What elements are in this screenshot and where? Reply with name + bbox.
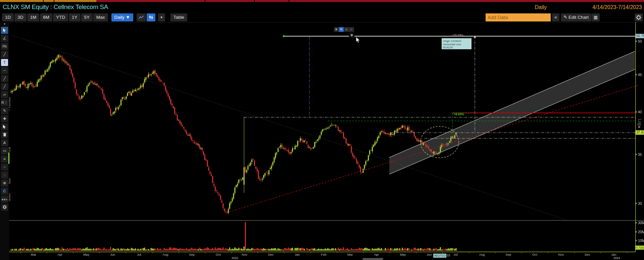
delete-tool-icon[interactable] (1, 131, 8, 138)
bloomberg-chart-window: CLNX SM Equity : Cellnex Telecom SA Dail… (0, 0, 644, 260)
price-tick-label: 45 (638, 73, 642, 77)
regression-tool[interactable]: R⋮ (1, 99, 8, 106)
month-label: Oct (216, 253, 221, 256)
volume-tick-label: 20M (638, 230, 644, 234)
rectangle-tool[interactable]: ▭ (1, 147, 8, 154)
volume-tick-arrow (636, 231, 637, 233)
price-tick-arrow (636, 153, 637, 155)
sidebar-group-favorites: ✓ Favoritas (8, 94, 11, 114)
annotation-tooltip: Origin 12/28/22 Horizontal Line 50.8125 (442, 38, 472, 49)
month-label: Sep (505, 253, 511, 256)
price-tick-arrow (636, 40, 637, 42)
sidebar-active-marker (8, 152, 9, 164)
annotation-mini-toolbar: ✥✎≡○ (334, 27, 354, 32)
ellipse-tool[interactable]: ◌ (1, 172, 8, 179)
month-label: Jan (611, 253, 616, 256)
month-label: Oct (532, 253, 537, 256)
compare-tool[interactable]: C (1, 188, 8, 195)
month-label: Dec (268, 253, 274, 256)
month-label: Apr (57, 253, 62, 256)
last-volume-badge: 0.731M (635, 246, 644, 250)
year-label: 2024 (613, 256, 620, 260)
month-label: Jun (110, 253, 115, 256)
move-icon[interactable]: ✥ (334, 27, 339, 32)
draw-icon[interactable]: ✎ (339, 27, 344, 32)
sidebar-group-modes: Modes (8, 187, 11, 207)
horizontal-line-tool[interactable]: ─ (1, 67, 8, 74)
volume-tick-arrow (636, 222, 637, 224)
settings-tool-icon[interactable] (1, 204, 8, 211)
move-tool[interactable]: ✚ (1, 115, 8, 122)
month-label: Feb (321, 253, 326, 256)
anchor-tool[interactable]: ⊕ (1, 180, 8, 187)
text-tool[interactable]: T (1, 59, 8, 66)
ray-tool[interactable]: ╱ (1, 83, 8, 90)
month-label: Dec (585, 253, 590, 256)
month-label: Apr (374, 253, 379, 256)
pencil-tool[interactable]: ✎ (1, 107, 8, 114)
select-add-tool-icon[interactable] (1, 123, 8, 130)
price-tick-label: 50 (638, 39, 642, 43)
month-label: Jun (427, 253, 432, 256)
month-label: Jul (137, 253, 141, 256)
percent-change-label: +35.69% (452, 34, 463, 37)
month-label: Sep (189, 253, 195, 256)
volume-tick-label: 30M (638, 221, 644, 225)
price-tick-arrow (636, 111, 637, 113)
price-tick-label: 35 (638, 152, 642, 156)
month-label: Nov (558, 253, 564, 256)
trendline-tool[interactable]: ╱ (1, 51, 8, 58)
chart-canvas[interactable] (0, 0, 644, 260)
dash-style-tool[interactable]: ┄ (1, 164, 8, 171)
price-tick-label: 30 (638, 201, 642, 205)
tooltip-line1: Origin 12/28/22 (443, 40, 470, 43)
log-scale-label: Log (637, 119, 642, 126)
volume-tick-arrow (636, 240, 637, 242)
drawing-tools-sidebar: ▾∠I%╱T─╱╱▱R⋮✎✚A▭≡┄◌⊕C ✓ Favoritas Edit S… (0, 22, 9, 260)
last-price-badge: 37.43 (636, 130, 644, 135)
month-label: May (83, 253, 89, 256)
color-tool[interactable] (1, 196, 8, 203)
price-tick-arrow (636, 202, 637, 204)
volume-tick-label: 10M (638, 239, 644, 243)
price-range-tool[interactable]: I% (1, 43, 8, 50)
axis-expand-icon[interactable]: ▣ (638, 125, 641, 128)
month-label: May (400, 253, 406, 256)
month-label: Mar (31, 253, 36, 256)
angle-tool[interactable]: ∠ (1, 35, 8, 42)
date-badge-trail: 23 (446, 254, 450, 257)
year-label: 2022 (232, 256, 238, 260)
line-origin-marker[interactable]: o (349, 32, 354, 38)
mouse-cursor-icon (356, 37, 361, 45)
measure-percent-label: +6.63% (454, 113, 464, 116)
date-badge: 06/27/2323 (433, 254, 446, 258)
tools-expand[interactable]: ▾ (1, 23, 8, 26)
price-tick-arrow (636, 74, 637, 76)
annotation-text-tool[interactable]: A (1, 139, 8, 146)
month-label: Nov (242, 253, 247, 256)
list-icon[interactable]: ≡ (344, 27, 349, 32)
hline-price-badge: 50.7533 (636, 34, 644, 38)
pointer-tool-icon[interactable] (1, 27, 8, 34)
horizontal-scrollbar-thumb[interactable] (362, 258, 383, 260)
month-label: Mar (347, 253, 353, 256)
month-label: Aug (163, 253, 168, 256)
month-label: Jul (454, 253, 458, 256)
zoom-icon[interactable]: ○ (349, 27, 354, 32)
channel-tool[interactable]: ▱ (1, 91, 8, 98)
price-tick-label: 40 (638, 110, 642, 114)
tooltip-line2: Horizontal Line 50.8125 (443, 43, 470, 49)
month-label: Jan (295, 253, 300, 256)
month-label: Aug (479, 253, 485, 256)
segment-tool[interactable]: ╱ (1, 75, 8, 82)
line-width-tool[interactable]: ≡ (1, 155, 8, 162)
